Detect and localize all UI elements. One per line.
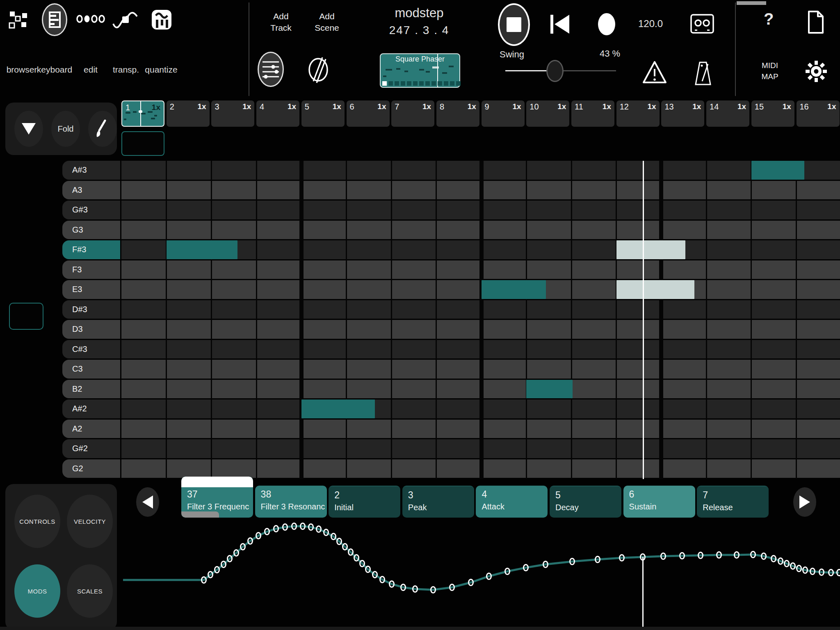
mod-playhead bbox=[642, 557, 644, 627]
modstep-app: browser keyboard edit transp. quantize A… bbox=[0, 0, 840, 630]
grid-playhead bbox=[643, 161, 644, 479]
bottom-strip bbox=[0, 627, 840, 630]
automation-curve-line bbox=[123, 526, 839, 590]
mod-curve[interactable] bbox=[0, 0, 840, 630]
